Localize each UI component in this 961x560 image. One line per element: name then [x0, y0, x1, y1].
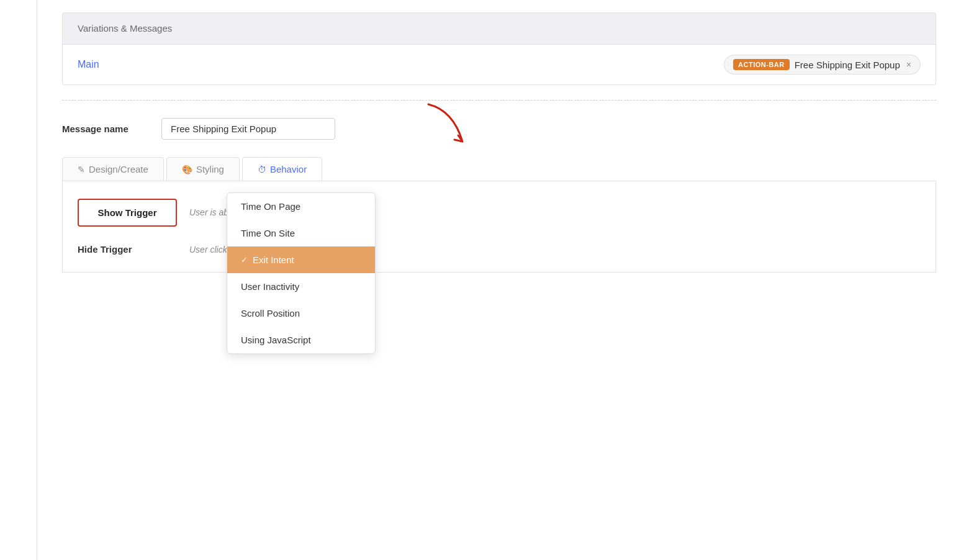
tab-styling-label: Styling	[196, 164, 224, 174]
message-name-row: Message name	[62, 118, 936, 140]
hide-trigger-label: Hide Trigger	[78, 244, 177, 255]
dropdown-item-time-on-page[interactable]: Time On Page	[227, 193, 375, 220]
tabs-row: ✎ Design/Create 🎨 Styling ⏱ Behavior	[62, 157, 936, 181]
variations-title: Variations & Messages	[78, 23, 172, 34]
show-trigger-label: Show Trigger	[97, 207, 156, 218]
tabs-container: ✎ Design/Create 🎨 Styling ⏱ Behavior Sho…	[62, 157, 936, 273]
tab-design-label: Design/Create	[89, 164, 148, 174]
design-icon: ✎	[78, 165, 85, 174]
time-on-site-label: Time On Site	[241, 228, 295, 238]
exit-intent-label: Exit Intent	[253, 255, 294, 265]
tab-styling[interactable]: 🎨 Styling	[166, 157, 240, 181]
show-trigger-section: Show Trigger Time On Page Time On Site ✓…	[78, 199, 921, 227]
trigger-dropdown: Time On Page Time On Site ✓ Exit Intent …	[227, 192, 376, 354]
behavior-icon: ⏱	[258, 165, 266, 174]
styling-icon: 🎨	[182, 165, 192, 174]
main-link[interactable]: Main	[78, 59, 99, 70]
dropdown-item-exit-intent[interactable]: ✓ Exit Intent	[227, 246, 375, 273]
popup-name-label: Free Shipping Exit Popup	[795, 60, 900, 70]
close-icon[interactable]: ×	[906, 60, 911, 70]
tab-behavior[interactable]: ⏱ Behavior	[242, 157, 322, 181]
popup-tag: ACTION-BAR Free Shipping Exit Popup ×	[724, 55, 921, 75]
dropdown-item-using-javascript[interactable]: Using JavaScript	[227, 327, 375, 353]
dropdown-item-user-inactivity[interactable]: User Inactivity	[227, 273, 375, 300]
dropdown-item-time-on-site[interactable]: Time On Site	[227, 220, 375, 246]
variations-header: Variations & Messages	[62, 12, 936, 45]
content-area: Show Trigger Time On Page Time On Site ✓…	[62, 181, 936, 273]
action-bar-badge: ACTION-BAR	[733, 59, 790, 70]
tab-design[interactable]: ✎ Design/Create	[62, 157, 164, 181]
show-trigger-box[interactable]: Show Trigger	[78, 199, 177, 227]
tab-behavior-label: Behavior	[270, 164, 307, 174]
user-inactivity-label: User Inactivity	[241, 281, 299, 292]
scroll-position-label: Scroll Position	[241, 308, 300, 318]
sidebar	[0, 0, 37, 560]
message-name-input[interactable]	[161, 118, 335, 140]
hide-trigger-row: Hide Trigger User clicks close / call to…	[78, 244, 921, 255]
main-content: Variations & Messages Main ACTION-BAR Fr…	[37, 0, 961, 560]
variations-row: Main ACTION-BAR Free Shipping Exit Popup…	[62, 45, 936, 85]
time-on-page-label: Time On Page	[241, 201, 300, 212]
dashed-divider	[62, 100, 936, 101]
checkmark-icon: ✓	[241, 255, 248, 264]
using-javascript-label: Using JavaScript	[241, 335, 311, 345]
message-name-label: Message name	[62, 124, 161, 134]
dropdown-item-scroll-position[interactable]: Scroll Position	[227, 300, 375, 327]
